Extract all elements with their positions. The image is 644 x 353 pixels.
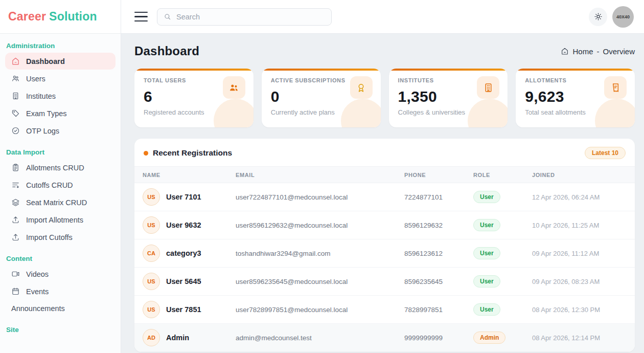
- panel-header: Recent Registrations Latest 10: [134, 139, 635, 166]
- upload-icon: [11, 233, 20, 241]
- sidebar-item[interactable]: Allotments CRUD: [5, 159, 116, 176]
- sidebar-item-label: Institutes: [26, 92, 56, 100]
- sidebar-item[interactable]: OTP Logs: [5, 122, 116, 139]
- sidebar-item-label: Data Import: [6, 148, 44, 156]
- breadcrumb-current: Overview: [603, 47, 635, 56]
- video-icon: [11, 270, 20, 278]
- check-circle-icon: [11, 126, 20, 135]
- bullet-dot-icon: [144, 151, 148, 156]
- sidebar-item[interactable]: Import Cutoffs: [5, 229, 116, 246]
- theme-toggle-button[interactable]: [589, 8, 607, 26]
- table-header-row: NAMEEMAILPHONEROLEJOINED: [134, 166, 635, 183]
- joined-date: 10 Apr 2026, 11:25 AM: [532, 222, 627, 229]
- clipboard-icon: [11, 163, 20, 172]
- row-avatar: US: [143, 301, 160, 318]
- column-header: NAME: [143, 172, 236, 178]
- sidebar-item[interactable]: Import Allotments: [5, 211, 116, 228]
- role-badge: User: [473, 303, 500, 316]
- user-email: user7224877101@medcounsel.local: [236, 193, 404, 201]
- sidebar-item-label: Exam Types: [26, 109, 67, 118]
- logo-text-solution: Solution: [49, 10, 97, 24]
- table-row[interactable]: US User 7851 user7828997851@medcounsel.l…: [134, 296, 635, 324]
- user-phone: 7224877101: [404, 193, 473, 201]
- list-icon: [11, 181, 20, 189]
- receipt-icon: [604, 76, 627, 99]
- search-box[interactable]: [157, 8, 332, 26]
- sidebar-item[interactable]: Users: [5, 70, 116, 87]
- tag-icon: [11, 109, 20, 118]
- table-row[interactable]: US User 9632 user8596129632@medcounsel.l…: [134, 211, 635, 239]
- column-header: PHONE: [404, 172, 473, 178]
- sidebar-item-label: OTP Logs: [26, 127, 59, 135]
- card-accent-bar: [134, 69, 254, 71]
- users-group-icon: [223, 76, 245, 99]
- sidebar-item[interactable]: Dashboard: [5, 53, 116, 70]
- user-phone: 8596235645: [404, 278, 473, 285]
- logo-text-career: Career: [8, 10, 46, 24]
- stat-card: TOTAL USERS 6 Registered accounts: [134, 69, 254, 127]
- role-badge: User: [473, 275, 500, 288]
- user-avatar[interactable]: 40X40: [612, 6, 634, 28]
- sidebar-item-label: Site: [6, 326, 19, 334]
- user-name: User 7851: [166, 305, 201, 314]
- table-row[interactable]: CA category3 toshandhiwar3294@gmail.com …: [134, 239, 635, 268]
- card-accent-bar: [516, 69, 635, 71]
- joined-date: 08 Apr 2026, 12:14 PM: [532, 334, 627, 342]
- user-name: User 7101: [166, 193, 201, 201]
- user-name: User 5645: [166, 277, 201, 285]
- user-email: user7828997851@medcounsel.local: [236, 306, 404, 314]
- sidebar-section-label: Administration: [5, 40, 116, 53]
- role-badge: User: [473, 219, 500, 231]
- award-icon: [350, 76, 373, 99]
- row-avatar: US: [143, 216, 160, 234]
- main-content: Dashboard Home - Overview TOTAL USERS 6 …: [121, 34, 644, 353]
- sidebar-item-label: Seat Matrix CRUD: [26, 198, 87, 207]
- search-input[interactable]: [175, 12, 325, 21]
- joined-date: 09 Apr 2026, 11:12 AM: [532, 250, 627, 257]
- sidebar-item[interactable]: Seat Matrix CRUD: [5, 194, 116, 211]
- table-row[interactable]: US User 5645 user8596235645@medcounsel.l…: [134, 268, 635, 296]
- upload-icon: [11, 215, 20, 224]
- joined-date: 12 Apr 2026, 06:24 AM: [532, 193, 627, 201]
- sidebar-item-label: Dashboard: [26, 57, 65, 65]
- avatar-placeholder-text: 40X40: [616, 14, 630, 19]
- sidebar-item-label: Videos: [26, 270, 49, 278]
- card-accent-bar: [389, 69, 508, 71]
- latest-badge: Latest 10: [585, 147, 626, 159]
- sidebar-item[interactable]: Announcements: [5, 300, 116, 317]
- table-row[interactable]: AD Admin admin@medcounsel.test 999999999…: [134, 324, 635, 352]
- joined-date: 08 Apr 2026, 12:30 PM: [532, 306, 627, 314]
- row-avatar: US: [143, 188, 160, 206]
- column-header: EMAIL: [236, 172, 404, 178]
- home-icon: [11, 57, 20, 65]
- sidebar-item[interactable]: Institutes: [5, 87, 116, 104]
- sidebar-item-label: Announcements: [11, 304, 65, 313]
- sidebar-item[interactable]: Exam Types: [5, 105, 116, 122]
- calendar-icon: [11, 287, 20, 296]
- sidebar-section-label: Data Import: [5, 146, 116, 159]
- layers-icon: [11, 198, 20, 207]
- stat-card: ACTIVE SUBSCRIPTIONS 0 Currently active …: [262, 69, 381, 127]
- home-icon: [561, 47, 569, 55]
- sun-icon: [594, 12, 603, 21]
- user-name: Admin: [166, 334, 189, 342]
- sidebar-item[interactable]: Events: [5, 283, 116, 300]
- sidebar-item[interactable]: Videos: [5, 266, 116, 282]
- app: { "logo": { "part1": "Career", "part2": …: [0, 0, 644, 353]
- user-phone: 9999999999: [404, 334, 473, 342]
- user-name: User 9632: [166, 221, 201, 229]
- users-icon: [11, 74, 20, 83]
- user-email: admin@medcounsel.test: [236, 334, 404, 342]
- app-logo: Career Solution: [0, 0, 121, 34]
- table-row[interactable]: US User 7101 user7224877101@medcounsel.l…: [134, 183, 635, 211]
- role-badge: User: [473, 247, 500, 259]
- breadcrumb-home[interactable]: Home: [572, 47, 593, 56]
- card-accent-bar: [262, 69, 381, 71]
- sidebar-item[interactable]: Cutoffs CRUD: [5, 176, 116, 193]
- sidebar-nav: Administration Dashboard Users Institute…: [0, 34, 121, 343]
- menu-toggle-button[interactable]: [134, 12, 148, 22]
- sidebar-item-label: Cutoffs CRUD: [26, 181, 73, 189]
- panel-title: Recent Registrations: [153, 148, 232, 158]
- role-badge: Admin: [473, 332, 505, 344]
- row-avatar: CA: [143, 245, 160, 262]
